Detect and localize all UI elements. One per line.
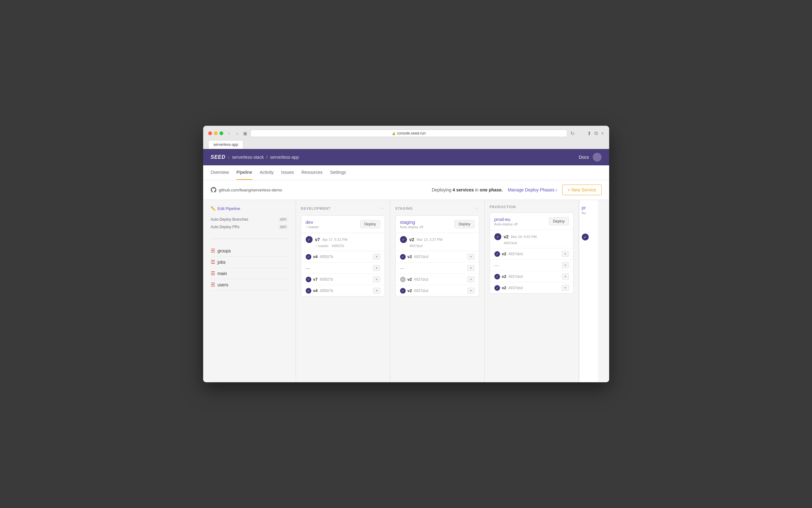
- service-item-groups[interactable]: ☰ groups: [211, 245, 288, 256]
- svc-check-staging-3: ✓: [400, 277, 406, 282]
- service-item-users[interactable]: ☰ users: [211, 279, 288, 291]
- tab-resources[interactable]: Resources: [301, 165, 323, 180]
- stage-name-group-prod-eu: prod-eu Auto-deploy off: [494, 217, 518, 226]
- build-version-dev: v7: [315, 237, 320, 242]
- stage-name-group-staging: staging Auto-deploy off: [400, 219, 423, 229]
- service-item-jobs[interactable]: ☰ jobs: [211, 256, 288, 268]
- new-tab-button[interactable]: ⧉: [594, 130, 598, 136]
- tab-activity[interactable]: Activity: [260, 165, 274, 180]
- share-button[interactable]: ⬆: [587, 130, 591, 136]
- browser-tab[interactable]: serverless-app: [208, 140, 244, 149]
- pipeline-column-partial: pr Au ✓: [579, 200, 598, 382]
- svc-version-prod-eu-4: v2: [502, 286, 506, 290]
- stage-header-staging: staging Auto-deploy off Deploy: [396, 216, 479, 233]
- breadcrumb-org[interactable]: serverless-stack: [232, 155, 264, 160]
- column-title-production: PRODUCTION: [490, 205, 516, 209]
- build-info-prod-eu: ✓ v2 Mar 24, 9:43 PM 4937dcd: [490, 230, 573, 248]
- tab-bar: serverless-app: [208, 140, 604, 149]
- url-text: console.seed.run: [397, 131, 425, 135]
- service-row-dev-2: — ▾: [301, 262, 384, 274]
- service-row-left-prod-eu-4: ✓ v2 4937dcd: [494, 285, 523, 291]
- docs-link[interactable]: Docs: [579, 155, 589, 160]
- chevron-button-dev-1[interactable]: ▾: [373, 254, 380, 260]
- split-view-button[interactable]: ▣: [243, 131, 247, 136]
- sidebar: ✏️ Edit Pipeline Auto-Deploy Branches OF…: [203, 200, 296, 382]
- arrow-icon-development: →: [379, 205, 385, 212]
- breadcrumb-separator-1: ›: [228, 155, 230, 160]
- build-date-dev: Apr 17, 5:31 PM: [322, 238, 348, 242]
- auto-deploy-branches-label: Auto-Deploy Branches: [211, 217, 248, 222]
- tab-issues[interactable]: Issues: [281, 165, 294, 180]
- tab-pipeline[interactable]: Pipeline: [237, 165, 252, 180]
- seed-logo: SEED: [211, 154, 226, 160]
- svc-hash-prod-eu-4: 4937dcd: [508, 286, 523, 290]
- deploy-button-prod-eu[interactable]: Deploy: [549, 217, 569, 225]
- chevron-button-staging-2[interactable]: ▾: [467, 265, 475, 271]
- svc-checkmark-prod-eu-4: ✓: [496, 286, 498, 290]
- github-icon: [211, 187, 216, 193]
- svc-checkmark-staging-1: ✓: [402, 255, 404, 258]
- chevron-button-prod-eu-4[interactable]: ▾: [562, 285, 569, 291]
- svc-checkmark-prod-eu-3: ✓: [496, 275, 498, 278]
- tab-settings[interactable]: Settings: [330, 165, 346, 180]
- checkmark-icon-prod-eu: ✓: [496, 235, 499, 239]
- browser-chrome: ‹ › ▣ 🔒 console.seed.run ↻ ⬆ ⧉ + serverl…: [203, 126, 609, 149]
- partial-stage-sub: Au: [582, 211, 598, 215]
- chevron-button-staging-1[interactable]: ▾: [467, 254, 475, 260]
- chevron-button-dev-4[interactable]: ▾: [373, 288, 380, 294]
- stage-card-prod-eu: prod-eu Auto-deploy off Deploy ✓ v2: [490, 212, 574, 294]
- manage-phases-label: Manage Deploy Phases: [508, 187, 555, 193]
- url-bar[interactable]: 🔒 console.seed.run: [250, 129, 567, 137]
- service-row-prod-eu-3: ✓ v2 4937dcd ▾: [490, 271, 573, 282]
- service-row-left-staging-2: —: [400, 266, 404, 271]
- build-info-dev: ✓ v7 Apr 17, 5:31 PM ⑂ master 45f507b: [301, 233, 384, 251]
- pencil-icon: ✏️: [211, 206, 216, 211]
- close-button[interactable]: [208, 131, 212, 135]
- minimize-button[interactable]: [214, 131, 218, 135]
- chevron-button-prod-eu-1[interactable]: ▾: [562, 251, 569, 257]
- service-icon-groups: ☰: [211, 248, 215, 254]
- github-link[interactable]: github.com/fwang/serverless-demo: [211, 187, 282, 193]
- tab-overview[interactable]: Overview: [211, 165, 229, 180]
- svc-check-staging-1: ✓: [400, 254, 406, 260]
- breadcrumb-app[interactable]: serverless-app: [270, 155, 299, 160]
- deploy-button-staging[interactable]: Deploy: [454, 220, 474, 228]
- chevron-button-dev-2[interactable]: ▾: [373, 265, 380, 271]
- service-row-prod-eu-4: ✓ v2 4937dcd ▾: [490, 282, 573, 293]
- chevron-button-prod-eu-3[interactable]: ▾: [562, 273, 569, 280]
- maximize-button[interactable]: [219, 131, 223, 135]
- checkmark-icon-dev: ✓: [308, 238, 311, 242]
- back-button[interactable]: ‹: [227, 130, 232, 136]
- build-check-prod-eu: ✓: [494, 233, 501, 240]
- service-row-left-dev-2: —: [306, 266, 310, 271]
- svc-hash-staging-1: 4937dcd: [414, 255, 428, 259]
- chevron-button-dev-3[interactable]: ▾: [373, 276, 380, 282]
- forward-button[interactable]: ›: [235, 130, 240, 136]
- deploy-button-dev[interactable]: Deploy: [360, 220, 380, 228]
- new-service-button[interactable]: + New Service: [562, 184, 602, 195]
- edit-pipeline-link[interactable]: ✏️ Edit Pipeline: [211, 206, 288, 211]
- chevron-button-staging-3[interactable]: ▾: [467, 276, 475, 282]
- manage-deploy-phases-link[interactable]: Manage Deploy Phases ›: [508, 187, 557, 193]
- edit-pipeline-label: Edit Pipeline: [218, 206, 240, 211]
- build-meta-prod-eu: 4937dcd: [504, 241, 569, 245]
- service-item-main[interactable]: ☰ main: [211, 268, 288, 279]
- svc-hash-prod-eu-3: 4937dcd: [508, 274, 523, 279]
- stage-name-dev[interactable]: dev: [306, 219, 319, 225]
- chevron-button-staging-4[interactable]: ▾: [467, 288, 475, 294]
- chevron-button-prod-eu-2[interactable]: ▾: [562, 262, 569, 268]
- service-row-dev-1: ✓ v4 45f507b ▾: [301, 251, 384, 262]
- svc-checkmark-dev-1: ✓: [307, 255, 310, 258]
- service-row-staging-4: ✓ v2 4937dcd ▾: [396, 285, 479, 296]
- stage-name-staging[interactable]: staging: [400, 219, 423, 225]
- column-header-development: DEVELOPMENT →: [301, 205, 385, 212]
- refresh-button[interactable]: ↻: [570, 130, 575, 136]
- info-bar-center: Deploying 4 services in one phase. Manag…: [432, 184, 602, 195]
- stage-name-prod-eu[interactable]: prod-eu: [494, 217, 518, 222]
- add-tab-button[interactable]: +: [601, 130, 604, 136]
- service-row-left-dev-3: ✓ v7 45f507b: [306, 277, 333, 282]
- setting-auto-deploy-prs: Auto-Deploy PRs OFF: [211, 225, 288, 229]
- checkmark-icon-staging: ✓: [402, 238, 405, 242]
- svc-checkmark-staging-3: ✓: [402, 278, 404, 281]
- build-date-staging: Mar 13, 3:37 PM: [417, 238, 442, 242]
